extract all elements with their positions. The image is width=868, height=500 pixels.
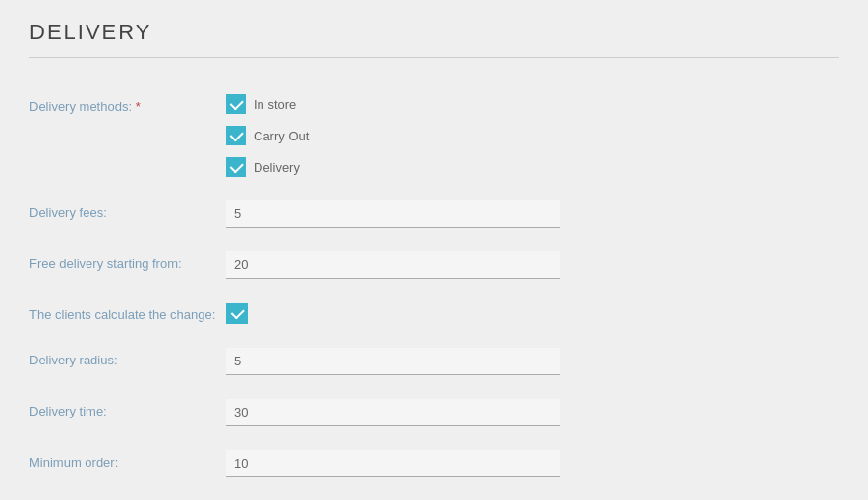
delivery-fees-control xyxy=(226,200,619,228)
delivery-fees-row: Delivery fees: xyxy=(29,189,839,240)
checkbox-carry-out-icon xyxy=(226,126,246,145)
checkbox-delivery-icon xyxy=(226,157,246,177)
carry-out-label: Carry Out xyxy=(254,129,309,143)
delivery-methods-controls: In store Carry Out Delivery xyxy=(226,94,619,177)
delivery-time-input[interactable] xyxy=(226,399,560,426)
delivery-time-control xyxy=(226,399,619,426)
delivery-fees-label: Delivery fees: xyxy=(29,200,226,222)
delivery-methods-row: Delivery methods: * In store Carry Out xyxy=(29,83,839,189)
clients-calculate-label: The clients calculate the change: xyxy=(29,303,226,324)
minimum-order-label: Minimum order: xyxy=(29,450,226,472)
delivery-radius-input[interactable] xyxy=(226,348,560,375)
delivery-fees-input[interactable] xyxy=(226,200,560,228)
delivery-radius-control xyxy=(226,348,619,375)
checkbox-in-store-icon xyxy=(226,94,246,114)
checkbox-in-store[interactable]: In store xyxy=(226,94,619,114)
minimum-order-control xyxy=(226,450,619,477)
free-delivery-control xyxy=(226,251,619,279)
delivery-label: Delivery xyxy=(254,160,300,175)
minimum-order-input[interactable] xyxy=(226,450,560,477)
free-delivery-input[interactable] xyxy=(226,251,560,279)
clients-calculate-row: The clients calculate the change: xyxy=(29,291,839,336)
delivery-time-row: Delivery time: xyxy=(29,387,839,438)
form-section: Delivery methods: * In store Carry Out xyxy=(29,83,839,489)
clients-calculate-control xyxy=(226,303,619,324)
page-title: DELIVERY xyxy=(29,20,839,58)
delivery-radius-row: Delivery radius: xyxy=(29,336,839,387)
checkbox-clients-calculate-icon xyxy=(226,303,248,324)
checkbox-delivery[interactable]: Delivery xyxy=(226,157,619,177)
checkbox-carry-out[interactable]: Carry Out xyxy=(226,126,619,145)
delivery-methods-label: Delivery methods: * xyxy=(29,94,226,116)
free-delivery-label: Free delivery starting from: xyxy=(29,251,226,273)
delivery-time-label: Delivery time: xyxy=(29,399,226,420)
free-delivery-row: Free delivery starting from: xyxy=(29,240,839,291)
delivery-radius-label: Delivery radius: xyxy=(29,348,226,369)
in-store-label: In store xyxy=(254,97,296,112)
checkbox-group: In store Carry Out Delivery xyxy=(226,94,619,177)
page-container: DELIVERY Delivery methods: * In store xyxy=(0,0,868,500)
minimum-order-row: Minimum order: xyxy=(29,438,839,489)
checkbox-clients-calculate[interactable] xyxy=(226,303,619,324)
